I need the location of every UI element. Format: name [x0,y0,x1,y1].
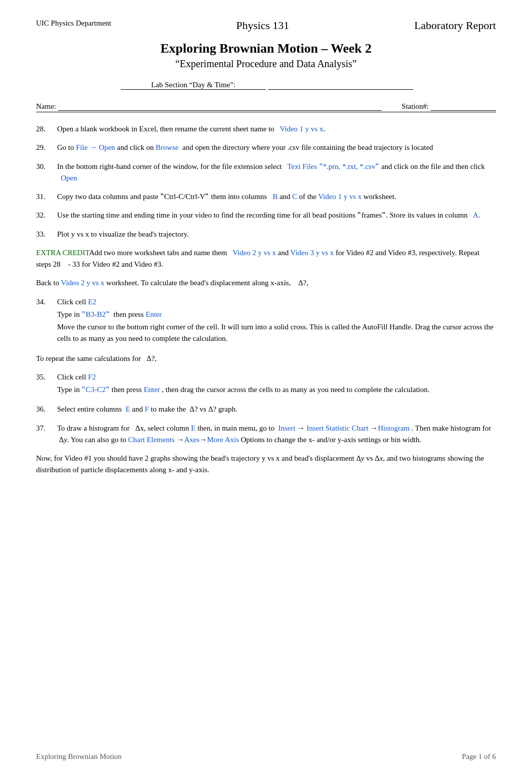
para-30-text-files: Text Files ‟*.prn, *.txt, *.csv‟ [287,162,379,170]
para-34-num: 34. [36,296,54,308]
para-37-axes: Axes [184,436,199,444]
para-31-col-b: B [273,192,278,201]
para-35-sub1: Click cell F2 [57,371,496,383]
extra-credit-para: EXTRA CREDITAdd two more worksheet tabs … [36,247,496,271]
para-28-body: Open a blank workbook in Excel, then ren… [57,123,496,135]
para-37: 37. To draw a histogram for Δx, select c… [36,423,496,446]
para-30-num: 30. [36,161,54,172]
sub-title: “Experimental Procedure and Data Analysi… [36,58,496,70]
para-37-arrow4: → [199,436,207,444]
para-36-col-e: E [126,405,130,413]
para-37-histogram: Histogram [378,424,409,432]
para-30-body: In the bottom right-hand corner of the w… [57,161,496,184]
header-left: UIC Physics Department [36,19,111,28]
para-36-num: 36. [36,404,54,415]
para-31-num: 31. [36,191,54,203]
para-32-col-a: A [473,211,478,219]
para-37-arrow3: → [176,436,184,444]
para-35-enter: Enter [144,385,160,394]
para-35-cell-f2: F2 [88,373,96,381]
para-35-sub2: Type in ‟C3-C2‟ then press Enter , then … [57,384,496,396]
para-37-body: To draw a histogram for Δx, select colum… [57,423,496,446]
para-29-num: 29. [36,142,54,153]
para-37-num: 37. [36,423,54,434]
name-label: Name: [36,102,56,111]
para-36-col-f: F [145,405,149,413]
para-35-formula: ‟C3-C2‟ [82,385,110,394]
para-36: 36. Select entire columns E and F to mak… [36,404,496,415]
para-35-body: Click cell F2 Type in ‟C3-C2‟ then press… [57,371,496,397]
main-title: Exploring Brownian Motion – Week 2 [36,41,496,56]
para-37-insert-statistic-chart: Insert Statistic Chart [307,424,368,432]
name-field: Name: [36,102,382,111]
station-field: Station#: [402,102,496,111]
para-31-body: Copy two data columns and paste ‟Ctrl-C/… [57,191,496,203]
para-34-enter: Enter [146,310,162,318]
closing-para: Now, for Video #1 you should have 2 grap… [36,453,496,476]
para-34-cell-e2: E2 [88,298,97,306]
para-31-video1: Video 1 y vs x [318,192,362,201]
para-35: 35. Click cell F2 Type in ‟C3-C2‟ then p… [36,371,496,397]
para-37-arrow1: → [297,424,307,432]
para-33: 33. Plot y vs x to visualize the bead's … [36,229,496,240]
para-32-body: Use the starting time and ending time in… [57,210,496,221]
extra-credit-label: EXTRA CREDIT [36,249,89,257]
para-32-num: 32. [36,210,54,221]
para-28: 28. Open a blank workbook in Excel, then… [36,123,496,135]
page: UIC Physics Department Physics 131 Labor… [0,0,532,780]
para-31: 31. Copy two data columns and paste ‟Ctr… [36,191,496,203]
extra-credit-tab1: Video 2 y vs x [232,249,276,257]
para-34-sub3: Move the cursor to the bottom right corn… [57,321,496,345]
para-33-num: 33. [36,229,54,240]
lab-section-line: Lab Section “Day & Time”: [36,81,496,90]
station-label: Station#: [402,102,429,111]
title-section: Exploring Brownian Motion – Week 2 “Expe… [36,41,496,70]
para-30-open: Open [61,174,78,182]
content: 28. Open a blank workbook in Excel, then… [36,123,496,476]
header-center: Physics 131 [236,19,290,32]
para-29-file-open: File → Open [76,143,115,151]
para-34-formula: ‟B3-B2‟ [82,310,110,318]
para-29: 29. Go to File → Open and click on Brows… [36,142,496,153]
para-34-body: Click cell E2 Type in ‟B3-B2‟ then press… [57,296,496,346]
para-30: 30. In the bottom right-hand corner of t… [36,161,496,184]
para-34: 34. Click cell E2 Type in ‟B3-B2‟ then p… [36,296,496,346]
para-37-insert: Insert [278,424,295,432]
para-37-arrow2: → [370,424,378,432]
para-28-link: Video 1 y vs x [280,125,324,133]
para-34-sub1: Click cell E2 [57,296,496,308]
back-to-para: Back to Video 2 y vs x worksheet. To cal… [36,277,496,289]
footer-left: Exploring Brownian Motion [36,752,122,761]
lab-section-input-line [268,81,413,90]
extra-credit-tab2: Video 3 y vs x [291,249,334,257]
para-37-chart-elements: Chart Elements [128,436,175,444]
header-right: Laboratory Report [414,19,496,32]
header: UIC Physics Department Physics 131 Labor… [36,19,496,32]
para-36-body: Select entire columns E and F to make th… [57,404,496,415]
lab-section-label: Lab Section “Day & Time”: [121,81,266,90]
repeat-calc-para: To repeat the same calculations for Δ?, [36,353,496,364]
name-station-row: Name: Station#: [36,102,496,112]
para-37-col-e: E [191,424,195,432]
para-33-body: Plot y vs x to visualize the bead's traj… [57,229,496,240]
para-34-sub2: Type in ‟B3-B2‟ then press Enter [57,309,496,320]
para-32: 32. Use the starting time and ending tim… [36,210,496,221]
para-35-num: 35. [36,371,54,383]
para-37-more-axis: More Axis [207,436,239,444]
name-input-line [58,102,382,111]
para-29-browse: Browse [156,143,179,151]
back-to-link: Video 2 y vs x [61,279,105,287]
para-29-body: Go to File → Open and click on Browse an… [57,142,496,153]
para-37-italic-y: y [64,436,67,444]
station-input-line [431,102,496,111]
para-31-col-c: C [292,192,297,201]
para-28-num: 28. [36,123,54,135]
footer-right: Page 1 of 6 [462,752,496,761]
footer: Exploring Brownian Motion Page 1 of 6 [36,752,496,761]
